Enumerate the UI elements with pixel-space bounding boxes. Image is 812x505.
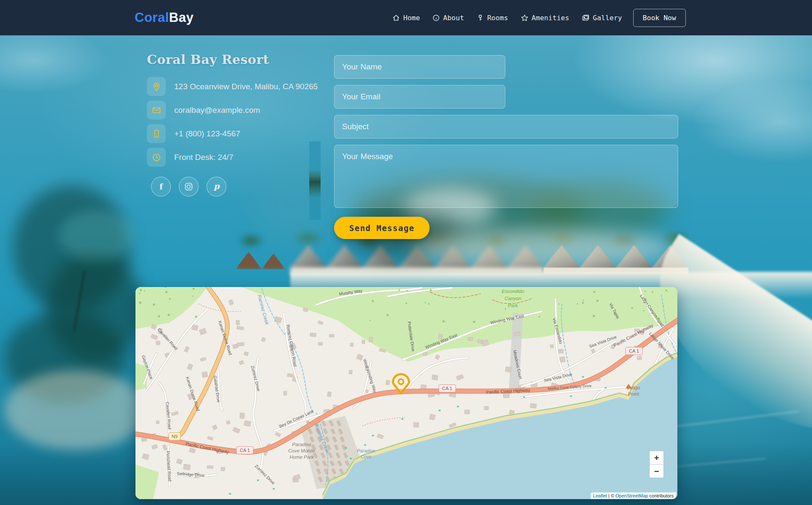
contact-form: Send Message xyxy=(334,55,678,239)
contact-info-section: Coral Bay Resort 123 Oceanview Drive, Ma… xyxy=(147,52,328,197)
subject-input[interactable] xyxy=(334,115,678,138)
route-shield: CA 1 xyxy=(439,385,456,392)
copyright-symbol: © xyxy=(611,493,614,498)
map-label: Park xyxy=(508,303,518,308)
info-icon xyxy=(433,14,440,21)
map-zoom-control: + − xyxy=(649,451,664,478)
email-input[interactable] xyxy=(334,85,505,109)
key-icon xyxy=(477,14,484,21)
svg-text:p: p xyxy=(213,182,220,191)
contact-item: coralbay@example.com xyxy=(147,101,328,120)
thatched-hut xyxy=(262,253,285,269)
home-icon xyxy=(393,14,400,21)
gallery-icon xyxy=(582,14,589,21)
svg-text:CA 1: CA 1 xyxy=(240,448,250,453)
envelope-icon xyxy=(147,101,166,120)
map-label: Cove xyxy=(361,454,372,459)
map-label: Canyon xyxy=(504,296,521,301)
pinterest-button[interactable]: p xyxy=(207,177,226,197)
contributors-text: contributors xyxy=(650,493,674,498)
map[interactable]: EscondidoCanyonParkMurphy WayKanan Dume … xyxy=(135,287,677,499)
route-shield: CA 1 xyxy=(236,447,253,454)
map-label: Latigo xyxy=(627,385,640,390)
instagram-icon xyxy=(184,182,193,191)
send-message-button[interactable]: Send Message xyxy=(334,217,430,239)
map-label: Escondido xyxy=(502,289,524,294)
contact-item-text: +1 (800) 123-4567 xyxy=(174,129,240,138)
star-icon xyxy=(521,14,528,21)
book-now-button[interactable]: Book Now xyxy=(633,9,686,27)
message-textarea[interactable] xyxy=(334,145,678,208)
social-links: fp xyxy=(151,177,328,197)
page: CoralBay HomeAboutRoomsAmenitiesGallery … xyxy=(0,0,812,505)
nav-item-label: Home xyxy=(403,14,420,22)
svg-text:N9: N9 xyxy=(172,434,178,439)
map-label: Paradise xyxy=(292,442,311,447)
contact-item: Front Desk: 24/7 xyxy=(147,148,328,167)
nav-item-label: About xyxy=(443,14,464,22)
map-label: Cove Mobile xyxy=(288,448,315,453)
map-label: Home Park xyxy=(289,454,314,460)
header: CoralBay HomeAboutRoomsAmenitiesGallery … xyxy=(0,0,812,35)
nav-item-label: Gallery xyxy=(593,14,622,22)
contact-item: 123 Oceanview Drive, Malibu, CA 90265 xyxy=(147,77,328,96)
openstreetmap-link[interactable]: OpenStreetMap xyxy=(616,493,648,498)
clock-icon xyxy=(147,148,166,167)
svg-text:CA 1: CA 1 xyxy=(442,386,452,391)
palm-highlight xyxy=(59,210,135,261)
contact-item-text: Front Desk: 24/7 xyxy=(174,153,233,162)
svg-text:f: f xyxy=(159,182,163,191)
map-zoom-in-button[interactable]: + xyxy=(650,451,663,464)
map-container[interactable]: EscondidoCanyonParkMurphy WayKanan Dume … xyxy=(135,287,677,499)
map-label: Point xyxy=(628,391,640,396)
logo[interactable]: CoralBay xyxy=(135,10,194,25)
location-pin-icon xyxy=(147,77,166,96)
instagram-button[interactable] xyxy=(179,177,199,197)
svg-text:CA 1: CA 1 xyxy=(629,348,639,354)
nav-item-gallery[interactable]: Gallery xyxy=(582,14,622,22)
resort-title: Coral Bay Resort xyxy=(147,52,328,67)
facebook-button[interactable]: f xyxy=(151,177,171,197)
attribution-separator: | xyxy=(608,493,610,498)
nav-item-about[interactable]: About xyxy=(433,14,464,22)
route-shield: N9 xyxy=(169,433,180,440)
map-attribution: Leaflet | © OpenStreetMap contributors xyxy=(591,492,676,499)
phone-icon xyxy=(147,124,166,143)
nav-item-label: Amenities xyxy=(532,14,569,22)
contact-item-text: 123 Oceanview Drive, Malibu, CA 90265 xyxy=(174,82,318,91)
logo-coral: Coral xyxy=(135,10,169,25)
sand-beach-left xyxy=(4,370,147,450)
pinterest-icon: p xyxy=(212,182,221,191)
contact-item: +1 (800) 123-4567 xyxy=(147,124,328,143)
contact-item-text: coralbay@example.com xyxy=(174,106,260,115)
thatched-hut xyxy=(236,252,262,269)
nav-item-rooms[interactable]: Rooms xyxy=(477,14,508,22)
map-zoom-out-button[interactable]: − xyxy=(650,465,663,478)
nav-item-label: Rooms xyxy=(487,14,508,22)
name-input[interactable] xyxy=(334,55,505,79)
map-label: Paradise xyxy=(357,448,375,453)
logo-bay: Bay xyxy=(169,10,194,25)
route-shield: CA 1 xyxy=(626,347,642,355)
main-nav: HomeAboutRoomsAmenitiesGallery xyxy=(393,14,622,22)
leaflet-link[interactable]: Leaflet xyxy=(593,493,607,498)
facebook-icon: f xyxy=(157,182,165,191)
nav-item-amenities[interactable]: Amenities xyxy=(521,14,569,22)
nav-item-home[interactable]: Home xyxy=(393,14,420,22)
